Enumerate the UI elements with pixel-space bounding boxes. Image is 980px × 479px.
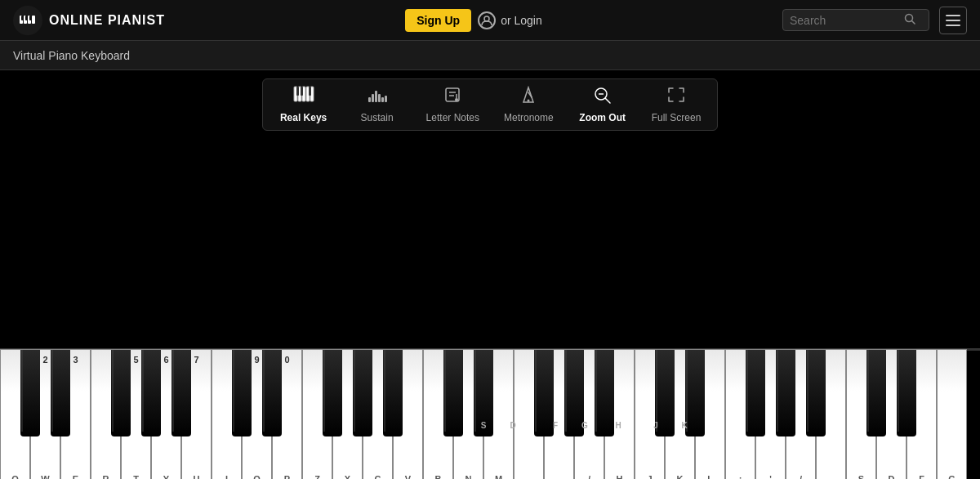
menu-line-3 [946,25,960,26]
toolbar-item-metronome[interactable]: Metronome [504,86,554,123]
real-keys-icon [293,86,314,107]
toolbar-item-real-keys[interactable]: Real Keys [279,86,328,123]
toolbar: Real Keys Sustain [262,78,719,131]
menu-line-2 [946,20,960,21]
piano-keyboard [0,348,980,479]
real-keys-label: Real Keys [280,112,327,123]
above-piano-area [0,137,980,348]
svg-rect-20 [372,94,374,102]
svg-rect-6 [25,16,28,20]
letter-notes-label: Letter Notes [426,112,479,123]
search-input[interactable] [790,14,904,27]
zoom-out-label: Zoom Out [579,112,626,123]
toolbar-item-zoom-out[interactable]: Zoom Out [578,86,627,123]
header-center: Sign Up or Login [405,9,541,32]
svg-rect-4 [32,16,35,24]
sign-up-button[interactable]: Sign Up [405,9,471,32]
sustain-label: Sustain [361,112,394,123]
piano-canvas[interactable] [0,348,980,479]
toolbar-item-full-screen[interactable]: Full Screen [652,86,702,123]
svg-line-10 [912,21,915,25]
sustain-icon [367,86,388,107]
letter-notes-icon [443,86,461,107]
user-icon [478,11,496,29]
subheader: Virtual Piano Keyboard [0,41,980,70]
header: ONLINE PIANIST Sign Up or Login [0,0,980,41]
svg-rect-18 [309,87,311,96]
svg-point-32 [528,100,530,102]
svg-rect-5 [21,16,24,20]
metronome-icon [519,86,537,107]
svg-point-8 [484,16,489,21]
search-icon [904,13,915,27]
svg-rect-22 [378,94,381,102]
search-box[interactable] [782,9,929,31]
toolbar-wrapper: Real Keys Sustain [0,70,980,137]
svg-point-28 [455,98,458,101]
svg-rect-7 [29,16,32,20]
metronome-label: Metronome [504,112,554,123]
svg-rect-17 [301,87,303,96]
svg-rect-21 [375,91,377,102]
svg-rect-16 [296,87,299,96]
svg-rect-19 [368,97,371,102]
svg-rect-23 [381,97,384,102]
logo-text: ONLINE PIANIST [49,13,165,28]
svg-rect-24 [385,96,387,102]
or-login: or Login [478,11,542,29]
breadcrumb: Virtual Piano Keyboard [13,49,130,62]
logo-icon [13,6,42,35]
or-login-label: or Login [501,14,542,27]
toolbar-item-letter-notes[interactable]: Letter Notes [426,86,479,123]
toolbar-item-sustain[interactable]: Sustain [353,86,402,123]
zoom-out-icon [593,86,612,107]
logo-area: ONLINE PIANIST [13,6,165,35]
full-screen-label: Full Screen [652,112,702,123]
full-screen-icon [666,86,686,107]
header-right [782,7,967,34]
menu-button[interactable] [939,7,967,34]
menu-line-1 [946,15,960,16]
svg-line-35 [605,98,610,103]
